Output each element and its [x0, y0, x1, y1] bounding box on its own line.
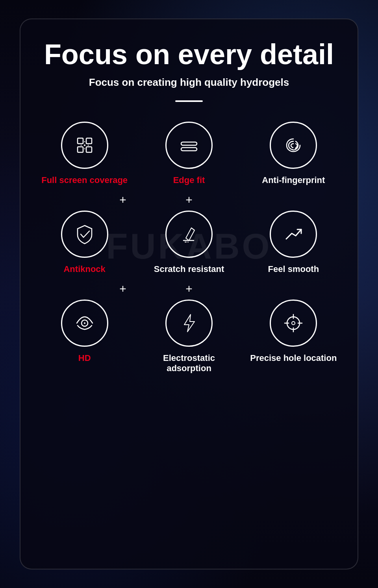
- layers-icon: [177, 133, 201, 157]
- full-screen-coverage-label: Full screen coverage: [41, 175, 128, 185]
- lightning-icon: [177, 311, 201, 335]
- electrostatic-label: Electrostatic adsorption: [141, 353, 237, 374]
- svg-point-8: [84, 144, 85, 146]
- svg-line-13: [191, 228, 195, 230]
- main-title: Focus on every detail: [36, 39, 342, 70]
- scratch-resistant-icon-circle: [165, 211, 213, 258]
- pencil-icon: [177, 222, 201, 246]
- svg-point-15: [84, 322, 85, 324]
- scratch-resistant-label: Scratch resistant: [154, 264, 224, 274]
- feel-smooth-label: Feel smooth: [268, 264, 319, 274]
- precise-hole-label: Precise hole location: [250, 353, 337, 363]
- fingerprint-icon: [282, 133, 305, 157]
- feature-electrostatic: Electrostatic adsorption: [141, 300, 237, 374]
- svg-rect-9: [181, 142, 197, 145]
- plus-2: +: [138, 193, 240, 207]
- precise-hole-icon-circle: [270, 300, 317, 347]
- svg-rect-10: [181, 148, 197, 151]
- svg-rect-1: [86, 138, 92, 144]
- edge-fit-icon-circle: [165, 122, 213, 169]
- features-row-1: Full screen coverage Edge fit: [36, 122, 342, 185]
- feel-smooth-icon-circle: [270, 211, 317, 258]
- header-section: Focus on every detail Focus on creating …: [36, 39, 342, 102]
- sub-title: Focus on creating high quality hydrogels: [36, 76, 342, 89]
- plus-empty-1: [240, 193, 342, 207]
- electrostatic-icon-circle: [165, 300, 213, 347]
- svg-rect-2: [78, 147, 83, 152]
- shield-icon: [73, 222, 96, 246]
- header-divider: [175, 100, 203, 102]
- feature-hd: HD: [36, 300, 133, 374]
- feature-anti-fingerprint: Anti-fingerprint: [245, 122, 342, 185]
- plus-4: +: [138, 282, 240, 296]
- plus-row-1: + +: [36, 193, 342, 207]
- anti-fingerprint-label: Anti-fingerprint: [262, 175, 325, 185]
- feature-feel-smooth: Feel smooth: [245, 211, 342, 274]
- plus-1: +: [36, 193, 138, 207]
- feature-antiknock: Antiknock: [36, 211, 133, 274]
- eye-icon: [73, 311, 96, 335]
- features-row-2: FUKABO Antiknock: [36, 211, 342, 274]
- hd-icon-circle: [61, 300, 108, 347]
- full-screen-coverage-icon-circle: [61, 122, 108, 169]
- hd-label: HD: [78, 353, 91, 363]
- features-row-3: HD Electrostatic adsorption: [36, 300, 342, 374]
- svg-marker-16: [184, 314, 195, 332]
- features-section: Full screen coverage Edge fit: [36, 122, 342, 374]
- plus-row-2: + +: [36, 282, 342, 296]
- plus-empty-2: [240, 282, 342, 296]
- main-card: Focus on every detail Focus on creating …: [20, 18, 358, 570]
- trending-up-icon: [282, 222, 305, 246]
- feature-precise-hole: Precise hole location: [245, 300, 342, 374]
- crosshair-icon: [73, 133, 96, 157]
- svg-rect-0: [78, 138, 83, 144]
- crosshair2-icon: [282, 311, 305, 335]
- feature-scratch-resistant: Scratch resistant: [141, 211, 237, 274]
- feature-edge-fit: Edge fit: [141, 122, 237, 185]
- svg-rect-3: [86, 147, 92, 152]
- anti-fingerprint-icon-circle: [270, 122, 317, 169]
- edge-fit-label: Edge fit: [173, 175, 205, 185]
- antiknock-icon-circle: [61, 211, 108, 258]
- feature-full-screen-coverage: Full screen coverage: [36, 122, 133, 185]
- antiknock-label: Antiknock: [63, 264, 105, 274]
- plus-3: +: [36, 282, 138, 296]
- svg-point-18: [292, 322, 295, 325]
